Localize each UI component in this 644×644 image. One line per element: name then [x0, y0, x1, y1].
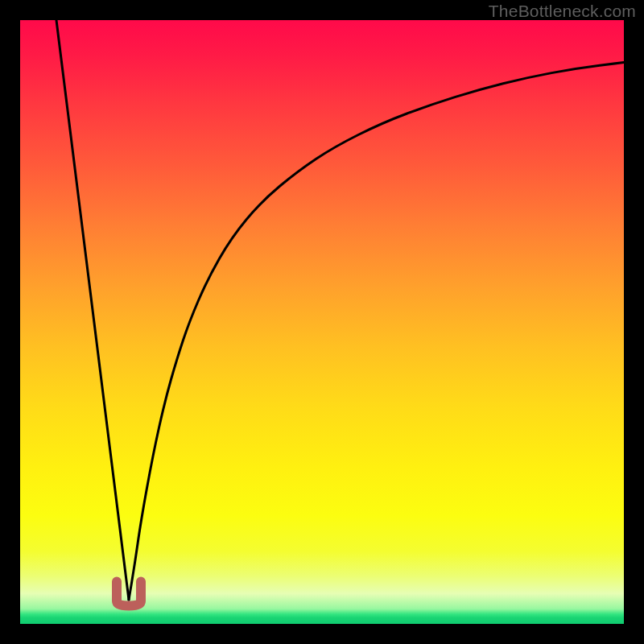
watermark-text: TheBottleneck.com	[489, 2, 636, 21]
curves-overlay	[20, 20, 624, 624]
chart-stage: TheBottleneck.com	[0, 0, 644, 644]
plot-area	[20, 20, 624, 624]
curve-left-branch	[56, 20, 129, 600]
curve-right-branch	[129, 63, 624, 601]
bottleneck-curve	[56, 20, 624, 600]
